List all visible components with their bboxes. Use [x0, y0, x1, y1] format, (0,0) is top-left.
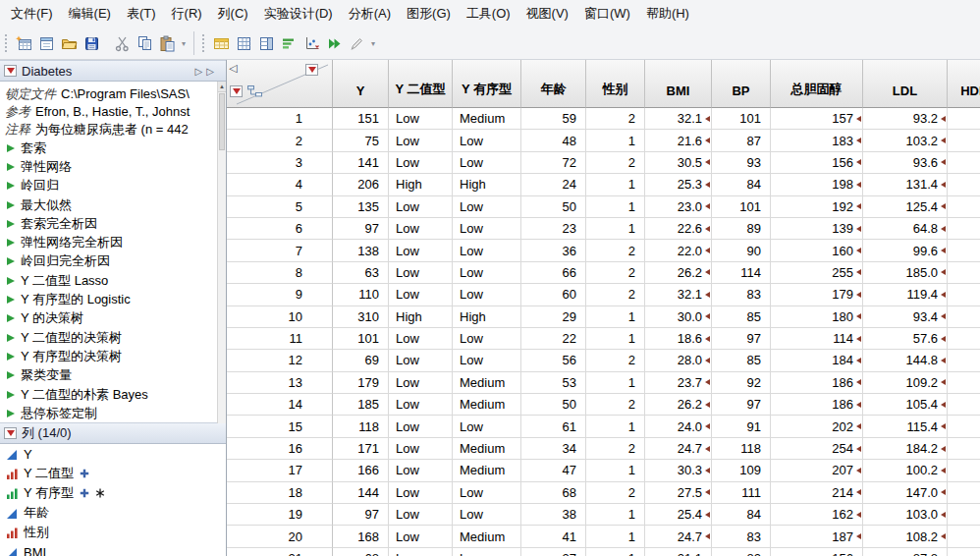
- data-cell[interactable]: 147.0: [863, 482, 948, 504]
- row-number-cell[interactable]: 13: [227, 372, 333, 394]
- data-cell[interactable]: 110: [333, 284, 389, 306]
- data-cell[interactable]: [948, 284, 980, 306]
- data-cell[interactable]: Low: [389, 108, 453, 130]
- row-number-cell[interactable]: 20: [227, 526, 333, 547]
- data-cell[interactable]: 101: [712, 108, 771, 130]
- data-cell[interactable]: 2: [586, 350, 645, 371]
- data-cell[interactable]: High: [389, 174, 453, 195]
- data-cell[interactable]: Low: [453, 152, 521, 174]
- data-cell[interactable]: [948, 130, 980, 151]
- data-cell[interactable]: 1: [586, 196, 645, 218]
- row-number-cell[interactable]: 16: [227, 438, 333, 460]
- menu-item[interactable]: 文件(F): [3, 0, 61, 28]
- data-table-icon[interactable]: [210, 32, 233, 55]
- data-cell[interactable]: 82: [712, 548, 771, 556]
- data-cell[interactable]: Low: [389, 240, 453, 261]
- data-cell[interactable]: 198: [771, 174, 863, 195]
- script-item[interactable]: 悬停标签定制: [0, 404, 226, 422]
- copy-icon[interactable]: [134, 32, 156, 55]
- column-header[interactable]: Y 二值型: [389, 60, 453, 108]
- data-cell[interactable]: 57.6: [863, 328, 948, 350]
- data-cell[interactable]: Low: [453, 262, 521, 284]
- menu-item[interactable]: 编辑(E): [61, 0, 119, 28]
- sort-bars-icon[interactable]: [278, 32, 300, 55]
- data-cell[interactable]: 69: [333, 350, 389, 371]
- data-cell[interactable]: 26.2: [645, 394, 712, 416]
- script-item[interactable]: Y 二值型 Lasso: [0, 271, 226, 290]
- data-cell[interactable]: 100.2: [863, 460, 948, 481]
- data-cell[interactable]: 87.8: [863, 548, 948, 556]
- data-cell[interactable]: Low: [453, 284, 521, 306]
- data-cell[interactable]: 97: [712, 328, 771, 350]
- column-header[interactable]: Y 有序型: [453, 60, 521, 108]
- data-cell[interactable]: 101: [333, 328, 389, 350]
- data-cell[interactable]: Low: [389, 130, 453, 151]
- data-cell[interactable]: 186: [771, 372, 863, 394]
- data-cell[interactable]: 87: [712, 130, 771, 151]
- data-cell[interactable]: 310: [333, 306, 389, 328]
- data-cell[interactable]: 83: [712, 284, 771, 306]
- data-cell[interactable]: Low: [389, 218, 453, 240]
- data-cell[interactable]: [948, 372, 980, 394]
- data-cell[interactable]: [948, 526, 980, 547]
- data-cell[interactable]: 41: [521, 526, 586, 547]
- data-cell[interactable]: 32.1: [645, 284, 712, 306]
- data-cell[interactable]: 166: [333, 460, 389, 481]
- data-cell[interactable]: [948, 108, 980, 130]
- menu-item[interactable]: 图形(G): [399, 0, 459, 28]
- data-cell[interactable]: 53: [521, 372, 586, 394]
- data-cell[interactable]: 85: [712, 306, 771, 328]
- data-cell[interactable]: 162: [771, 504, 863, 526]
- data-cell[interactable]: High: [453, 306, 521, 328]
- data-cell[interactable]: Low: [453, 482, 521, 504]
- data-cell[interactable]: Low: [389, 284, 453, 306]
- data-cell[interactable]: 184.2: [863, 438, 948, 460]
- data-cell[interactable]: [948, 174, 980, 195]
- column-item[interactable]: Y: [0, 444, 226, 464]
- data-cell[interactable]: 138: [333, 240, 389, 261]
- data-cell[interactable]: 254: [771, 438, 863, 460]
- row-number-cell[interactable]: 19: [227, 504, 333, 526]
- data-cell[interactable]: Low: [453, 548, 521, 556]
- data-cell[interactable]: 115.4: [863, 416, 948, 437]
- data-cell[interactable]: 103.2: [863, 130, 948, 151]
- data-cell[interactable]: 183: [771, 130, 863, 151]
- data-cell[interactable]: 66: [521, 262, 586, 284]
- data-cell[interactable]: 97: [333, 218, 389, 240]
- data-cell[interactable]: 160: [771, 240, 863, 261]
- script-item[interactable]: 聚类变量: [0, 366, 226, 385]
- data-cell[interactable]: 83: [712, 526, 771, 547]
- menu-item[interactable]: 列(C): [210, 0, 256, 28]
- data-cell[interactable]: 28.0: [645, 350, 712, 371]
- data-cell[interactable]: [948, 548, 980, 556]
- data-cell[interactable]: 1: [586, 372, 645, 394]
- data-cell[interactable]: Low: [389, 328, 453, 350]
- row-number-cell[interactable]: 3: [227, 152, 333, 174]
- data-cell[interactable]: 103.0: [863, 504, 948, 526]
- data-cell[interactable]: 36: [521, 240, 586, 261]
- data-cell[interactable]: 26.2: [645, 262, 712, 284]
- data-cell[interactable]: 118: [333, 416, 389, 437]
- data-cell[interactable]: 1: [586, 504, 645, 526]
- data-cell[interactable]: 21.1: [645, 548, 712, 556]
- data-cell[interactable]: Low: [389, 262, 453, 284]
- split-view-icon[interactable]: [255, 32, 278, 55]
- data-cell[interactable]: 25.4: [645, 504, 712, 526]
- data-cell[interactable]: 1: [586, 328, 645, 350]
- data-cell[interactable]: Low: [389, 416, 453, 437]
- panel-expand-arrow-icon[interactable]: ▷: [195, 66, 203, 77]
- data-cell[interactable]: 85: [712, 350, 771, 371]
- data-cell[interactable]: 179: [333, 372, 389, 394]
- data-cell[interactable]: 29: [521, 306, 586, 328]
- data-cell[interactable]: [948, 416, 980, 437]
- script-item[interactable]: 弹性网络: [0, 157, 226, 176]
- data-cell[interactable]: 214: [771, 482, 863, 504]
- data-cell[interactable]: [948, 262, 980, 284]
- data-cell[interactable]: [948, 240, 980, 261]
- data-cell[interactable]: Low: [453, 240, 521, 261]
- data-cell[interactable]: 38: [521, 504, 586, 526]
- new-data-table-icon[interactable]: [13, 32, 35, 55]
- data-cell[interactable]: 156: [771, 152, 863, 174]
- data-cell[interactable]: 101: [712, 196, 771, 218]
- script-item[interactable]: 岭回归: [0, 177, 226, 195]
